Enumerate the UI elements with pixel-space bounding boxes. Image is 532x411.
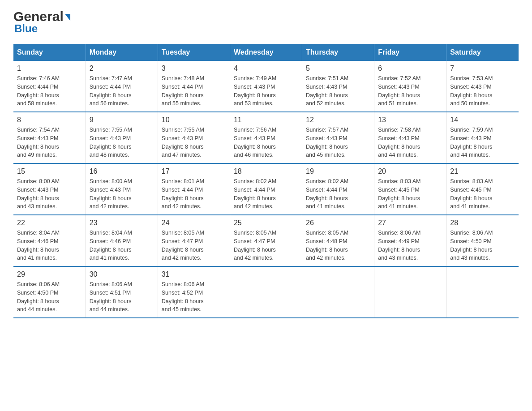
day-info: Sunrise: 7:56 AM Sunset: 4:43 PM Dayligh… xyxy=(234,126,298,159)
cell-w4-d7: 28 Sunrise: 8:06 AM Sunset: 4:50 PM Dayl… xyxy=(446,215,519,266)
cell-w3-d4: 18 Sunrise: 8:02 AM Sunset: 4:44 PM Dayl… xyxy=(230,163,302,215)
week-row-5: 29 Sunrise: 8:06 AM Sunset: 4:50 PM Dayl… xyxy=(13,266,519,318)
cell-w2-d1: 8 Sunrise: 7:54 AM Sunset: 4:43 PM Dayli… xyxy=(13,112,86,163)
day-number: 14 xyxy=(450,116,515,124)
day-number: 17 xyxy=(162,167,226,176)
day-info: Sunrise: 8:05 AM Sunset: 4:47 PM Dayligh… xyxy=(234,229,298,262)
cell-w1-d3: 3 Sunrise: 7:48 AM Sunset: 4:44 PM Dayli… xyxy=(158,61,230,112)
day-number: 12 xyxy=(306,116,370,124)
day-number: 27 xyxy=(378,219,442,227)
day-number: 28 xyxy=(450,219,515,227)
day-number: 30 xyxy=(90,270,154,278)
day-number: 10 xyxy=(162,116,226,124)
day-number: 13 xyxy=(378,116,442,124)
day-info: Sunrise: 7:52 AM Sunset: 4:43 PM Dayligh… xyxy=(378,74,442,108)
logo-text: General xyxy=(13,9,70,24)
day-info: Sunrise: 7:54 AM Sunset: 4:43 PM Dayligh… xyxy=(17,126,82,159)
day-info: Sunrise: 8:00 AM Sunset: 4:43 PM Dayligh… xyxy=(17,177,82,211)
cell-w2-d6: 13 Sunrise: 7:58 AM Sunset: 4:43 PM Dayl… xyxy=(374,112,446,163)
day-number: 23 xyxy=(90,219,154,227)
day-info: Sunrise: 8:05 AM Sunset: 4:48 PM Dayligh… xyxy=(306,229,370,262)
cell-w1-d4: 4 Sunrise: 7:49 AM Sunset: 4:43 PM Dayli… xyxy=(230,61,302,112)
day-info: Sunrise: 8:06 AM Sunset: 4:51 PM Dayligh… xyxy=(90,280,154,314)
day-number: 16 xyxy=(90,167,154,176)
cell-w2-d2: 9 Sunrise: 7:55 AM Sunset: 4:43 PM Dayli… xyxy=(86,112,158,163)
cell-w5-d5 xyxy=(302,266,374,318)
day-number: 19 xyxy=(306,167,370,176)
cell-w4-d1: 22 Sunrise: 8:04 AM Sunset: 4:46 PM Dayl… xyxy=(13,215,86,266)
day-info: Sunrise: 8:03 AM Sunset: 4:45 PM Dayligh… xyxy=(450,177,515,211)
cell-w3-d2: 16 Sunrise: 8:00 AM Sunset: 4:43 PM Dayl… xyxy=(86,163,158,215)
cell-w3-d6: 20 Sunrise: 8:03 AM Sunset: 4:45 PM Dayl… xyxy=(374,163,446,215)
day-number: 26 xyxy=(306,219,370,227)
day-number: 29 xyxy=(17,270,82,278)
header-monday: Monday xyxy=(86,44,158,61)
day-number: 20 xyxy=(378,167,442,176)
cell-w2-d5: 12 Sunrise: 7:57 AM Sunset: 4:43 PM Dayl… xyxy=(302,112,374,163)
day-info: Sunrise: 8:06 AM Sunset: 4:50 PM Dayligh… xyxy=(17,280,82,314)
header-saturday: Saturday xyxy=(446,44,519,61)
calendar-table: SundayMondayTuesdayWednesdayThursdayFrid… xyxy=(13,44,519,318)
logo-general-text: General xyxy=(13,9,64,24)
cell-w4-d4: 25 Sunrise: 8:05 AM Sunset: 4:47 PM Dayl… xyxy=(230,215,302,266)
day-number: 7 xyxy=(450,64,515,73)
day-number: 2 xyxy=(90,64,154,73)
calendar-header: SundayMondayTuesdayWednesdayThursdayFrid… xyxy=(13,44,519,61)
cell-w3-d3: 17 Sunrise: 8:01 AM Sunset: 4:44 PM Dayl… xyxy=(158,163,230,215)
day-info: Sunrise: 8:03 AM Sunset: 4:45 PM Dayligh… xyxy=(378,177,442,211)
day-number: 6 xyxy=(378,64,442,73)
day-info: Sunrise: 7:53 AM Sunset: 4:43 PM Dayligh… xyxy=(450,74,515,108)
cell-w3-d1: 15 Sunrise: 8:00 AM Sunset: 4:43 PM Dayl… xyxy=(13,163,86,215)
week-row-4: 22 Sunrise: 8:04 AM Sunset: 4:46 PM Dayl… xyxy=(13,215,519,266)
day-info: Sunrise: 8:06 AM Sunset: 4:50 PM Dayligh… xyxy=(450,229,515,262)
day-number: 22 xyxy=(17,219,82,227)
header-tuesday: Tuesday xyxy=(158,44,230,61)
cell-w4-d2: 23 Sunrise: 8:04 AM Sunset: 4:46 PM Dayl… xyxy=(86,215,158,266)
cell-w3-d5: 19 Sunrise: 8:02 AM Sunset: 4:44 PM Dayl… xyxy=(302,163,374,215)
day-info: Sunrise: 8:02 AM Sunset: 4:44 PM Dayligh… xyxy=(306,177,370,211)
day-info: Sunrise: 7:51 AM Sunset: 4:43 PM Dayligh… xyxy=(306,74,370,108)
cell-w4-d5: 26 Sunrise: 8:05 AM Sunset: 4:48 PM Dayl… xyxy=(302,215,374,266)
day-info: Sunrise: 8:04 AM Sunset: 4:46 PM Dayligh… xyxy=(90,229,154,262)
day-info: Sunrise: 8:04 AM Sunset: 4:46 PM Dayligh… xyxy=(17,229,82,262)
header-row: SundayMondayTuesdayWednesdayThursdayFrid… xyxy=(13,44,519,61)
cell-w5-d4 xyxy=(230,266,302,318)
cell-w1-d1: 1 Sunrise: 7:46 AM Sunset: 4:44 PM Dayli… xyxy=(13,61,86,112)
day-info: Sunrise: 7:58 AM Sunset: 4:43 PM Dayligh… xyxy=(378,126,442,159)
cell-w1-d5: 5 Sunrise: 7:51 AM Sunset: 4:43 PM Dayli… xyxy=(302,61,374,112)
day-info: Sunrise: 8:02 AM Sunset: 4:44 PM Dayligh… xyxy=(234,177,298,211)
day-info: Sunrise: 8:01 AM Sunset: 4:44 PM Dayligh… xyxy=(162,177,226,211)
day-number: 21 xyxy=(450,167,515,176)
week-row-3: 15 Sunrise: 8:00 AM Sunset: 4:43 PM Dayl… xyxy=(13,163,519,215)
day-info: Sunrise: 7:55 AM Sunset: 4:43 PM Dayligh… xyxy=(90,126,154,159)
cell-w4-d3: 24 Sunrise: 8:05 AM Sunset: 4:47 PM Dayl… xyxy=(158,215,230,266)
cell-w3-d7: 21 Sunrise: 8:03 AM Sunset: 4:45 PM Dayl… xyxy=(446,163,519,215)
day-number: 15 xyxy=(17,167,82,176)
cell-w5-d3: 31 Sunrise: 8:06 AM Sunset: 4:52 PM Dayl… xyxy=(158,266,230,318)
logo-triangle-icon xyxy=(65,14,70,21)
week-row-1: 1 Sunrise: 7:46 AM Sunset: 4:44 PM Dayli… xyxy=(13,61,519,112)
day-info: Sunrise: 7:47 AM Sunset: 4:44 PM Dayligh… xyxy=(90,74,154,108)
day-number: 3 xyxy=(162,64,226,73)
cell-w5-d2: 30 Sunrise: 8:06 AM Sunset: 4:51 PM Dayl… xyxy=(86,266,158,318)
cell-w2-d3: 10 Sunrise: 7:55 AM Sunset: 4:43 PM Dayl… xyxy=(158,112,230,163)
day-info: Sunrise: 7:46 AM Sunset: 4:44 PM Dayligh… xyxy=(17,74,82,108)
day-number: 18 xyxy=(234,167,298,176)
day-number: 25 xyxy=(234,219,298,227)
cell-w5-d1: 29 Sunrise: 8:06 AM Sunset: 4:50 PM Dayl… xyxy=(13,266,86,318)
day-number: 4 xyxy=(234,64,298,73)
header-sunday: Sunday xyxy=(13,44,86,61)
calendar-body: 1 Sunrise: 7:46 AM Sunset: 4:44 PM Dayli… xyxy=(13,61,519,318)
day-info: Sunrise: 8:06 AM Sunset: 4:52 PM Dayligh… xyxy=(162,280,226,314)
day-info: Sunrise: 7:59 AM Sunset: 4:43 PM Dayligh… xyxy=(450,126,515,159)
header-wednesday: Wednesday xyxy=(230,44,302,61)
day-info: Sunrise: 8:05 AM Sunset: 4:47 PM Dayligh… xyxy=(162,229,226,262)
day-info: Sunrise: 7:55 AM Sunset: 4:43 PM Dayligh… xyxy=(162,126,226,159)
header-friday: Friday xyxy=(374,44,446,61)
day-number: 31 xyxy=(162,270,226,278)
logo: General Blue xyxy=(13,9,70,35)
day-info: Sunrise: 7:57 AM Sunset: 4:43 PM Dayligh… xyxy=(306,126,370,159)
day-info: Sunrise: 8:06 AM Sunset: 4:49 PM Dayligh… xyxy=(378,229,442,262)
cell-w5-d6 xyxy=(374,266,446,318)
day-number: 5 xyxy=(306,64,370,73)
